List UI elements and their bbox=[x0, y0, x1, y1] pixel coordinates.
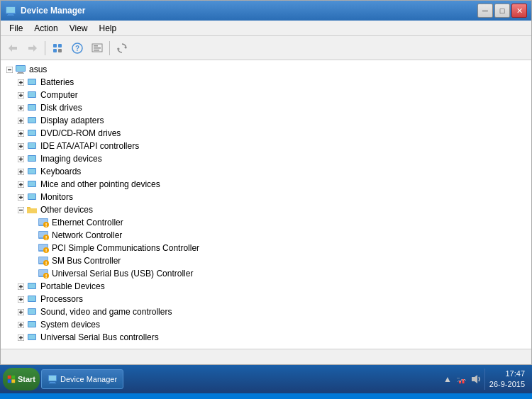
expand-button-3[interactable] bbox=[15, 89, 26, 101]
tree-item-17[interactable]: ! Universal Serial Bus (USB) Controller bbox=[1, 267, 531, 280]
item-icon-2 bbox=[26, 77, 38, 88]
svg-rect-5 bbox=[11, 47, 17, 50]
tree-item-10[interactable]: Mice and other pointing devices bbox=[1, 178, 531, 191]
clock[interactable]: 17:47 26-9-2015 bbox=[484, 369, 529, 390]
start-button[interactable]: Start bbox=[3, 368, 40, 390]
item-label-12: Other devices bbox=[40, 205, 93, 215]
item-icon-9 bbox=[26, 166, 38, 177]
expand-button-15[interactable] bbox=[26, 242, 38, 254]
warning-device-icon: ! bbox=[38, 255, 49, 266]
tree-item-11[interactable]: Monitors bbox=[1, 191, 531, 203]
svg-rect-11 bbox=[58, 49, 62, 52]
item-icon-7 bbox=[26, 140, 38, 152]
tree-item-21[interactable]: System devices bbox=[1, 318, 531, 331]
expand-button-14[interactable] bbox=[26, 230, 38, 241]
device-icon bbox=[26, 332, 38, 343]
refresh-button[interactable] bbox=[113, 39, 131, 57]
expand-button-4[interactable] bbox=[15, 102, 26, 113]
tree-item-16[interactable]: ! SM Bus Controller bbox=[1, 254, 531, 267]
back-button[interactable] bbox=[4, 39, 22, 57]
expand-button-2[interactable] bbox=[15, 77, 26, 88]
tree-item-1[interactable]: asus bbox=[1, 63, 531, 76]
menu-file[interactable]: File bbox=[4, 22, 28, 35]
expand-button-9[interactable] bbox=[15, 166, 26, 177]
expand-button-17[interactable] bbox=[26, 268, 38, 279]
expand-button-16[interactable] bbox=[26, 255, 38, 266]
expand-button-13[interactable] bbox=[26, 217, 38, 228]
status-bar bbox=[1, 349, 531, 364]
expand-button-19[interactable] bbox=[15, 293, 26, 305]
up-button[interactable] bbox=[48, 39, 67, 57]
svg-marker-18 bbox=[124, 46, 126, 49]
item-label-16: SM Bus Controller bbox=[52, 256, 121, 266]
tree-item-7[interactable]: IDE ATA/ATAPI controllers bbox=[1, 140, 531, 152]
svg-rect-7 bbox=[28, 47, 34, 50]
tree-item-6[interactable]: DVD/CD-ROM drives bbox=[1, 127, 531, 140]
device-manager-window: Device Manager ─ □ ✕ File Action View He… bbox=[0, 0, 532, 365]
tree-item-3[interactable]: Computer bbox=[1, 89, 531, 101]
item-icon-4 bbox=[26, 102, 38, 113]
svg-rect-17 bbox=[94, 50, 99, 51]
tray-arrow-icon[interactable]: ▲ bbox=[442, 373, 453, 385]
window-title: Device Manager bbox=[21, 6, 85, 16]
tree-item-9[interactable]: Keyboards bbox=[1, 165, 531, 178]
expand-button-22[interactable] bbox=[15, 332, 26, 343]
item-icon-15: ! bbox=[38, 242, 49, 254]
close-button[interactable]: ✕ bbox=[511, 4, 527, 18]
menu-help[interactable]: Help bbox=[94, 22, 123, 35]
device-icon bbox=[26, 306, 38, 317]
item-label-3: Computer bbox=[40, 90, 78, 100]
refresh-icon bbox=[116, 43, 128, 54]
item-label-4: Disk drives bbox=[40, 103, 82, 113]
expand-button-6[interactable] bbox=[15, 128, 26, 139]
help-button[interactable]: ? bbox=[68, 39, 87, 57]
menu-action[interactable]: Action bbox=[28, 22, 63, 35]
title-bar: Device Manager ─ □ ✕ bbox=[1, 1, 531, 21]
taskbar-task-device-manager[interactable]: Device Manager bbox=[41, 369, 123, 389]
item-label-14: Network Controller bbox=[52, 230, 122, 240]
maximize-button[interactable]: □ bbox=[494, 4, 510, 18]
tree-item-20[interactable]: Sound, video and game controllers bbox=[1, 305, 531, 318]
expand-button-5[interactable] bbox=[15, 115, 26, 126]
svg-rect-30 bbox=[28, 79, 35, 84]
expand-button-7[interactable] bbox=[15, 140, 26, 152]
tree-item-2[interactable]: Batteries bbox=[1, 76, 531, 89]
tree-item-5[interactable]: Display adapters bbox=[1, 114, 531, 127]
expand-button-18[interactable] bbox=[15, 281, 26, 292]
tree-item-19[interactable]: Processors bbox=[1, 293, 531, 305]
tree-item-14[interactable]: ! Network Controller bbox=[1, 229, 531, 242]
expand-button-11[interactable] bbox=[15, 191, 26, 203]
menu-view[interactable]: View bbox=[64, 22, 94, 35]
expand-button-20[interactable] bbox=[15, 306, 26, 317]
tree-item-15[interactable]: ! PCI Simple Communications Controller bbox=[1, 242, 531, 254]
item-icon-12 bbox=[26, 204, 38, 215]
tree-item-8[interactable]: Imaging devices bbox=[1, 152, 531, 165]
svg-rect-40 bbox=[28, 105, 35, 110]
tree-item-4[interactable]: Disk drives bbox=[1, 101, 531, 114]
expand-button-12[interactable] bbox=[15, 204, 26, 215]
tray-network-icon[interactable] bbox=[456, 373, 467, 385]
expand-button-1[interactable] bbox=[4, 64, 15, 75]
tray-sound-icon[interactable] bbox=[470, 373, 482, 385]
tree-item-12[interactable]: Other devices bbox=[1, 203, 531, 216]
svg-rect-130 bbox=[49, 383, 56, 383]
minimize-button[interactable]: ─ bbox=[477, 4, 493, 18]
item-icon-16: ! bbox=[38, 255, 49, 266]
item-label-2: Batteries bbox=[40, 77, 74, 87]
device-icon bbox=[26, 115, 38, 126]
folder-icon bbox=[26, 204, 38, 215]
tree-item-22[interactable]: Universal Serial Bus controllers bbox=[1, 331, 531, 344]
item-icon-13: ! bbox=[38, 217, 49, 228]
toolbar: ? bbox=[1, 36, 531, 60]
svg-text:!: ! bbox=[45, 273, 48, 279]
expand-button-8[interactable] bbox=[15, 153, 26, 164]
expand-button-21[interactable] bbox=[15, 319, 26, 330]
svg-rect-70 bbox=[28, 181, 35, 186]
device-tree[interactable]: asus Batteries Computer Disk drives Disp… bbox=[1, 60, 531, 349]
svg-text:!: ! bbox=[45, 222, 48, 228]
tree-item-13[interactable]: ! Ethernet Controller bbox=[1, 216, 531, 229]
tree-item-18[interactable]: Portable Devices bbox=[1, 280, 531, 293]
forward-button[interactable] bbox=[23, 39, 42, 57]
props-button[interactable] bbox=[88, 39, 106, 57]
expand-button-10[interactable] bbox=[15, 179, 26, 190]
